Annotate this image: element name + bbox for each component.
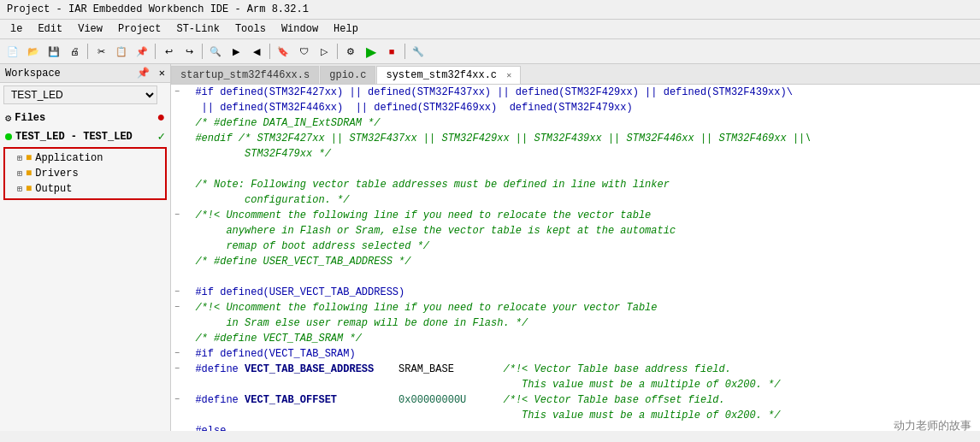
expand-icon-drivers: ⊞ bbox=[17, 168, 22, 179]
undo-btn[interactable]: ↩ bbox=[159, 42, 178, 61]
tree-root: TEST_LED - TEST_LED ✓ bbox=[0, 127, 170, 145]
tab-startup[interactable]: startup_stm32f446xx.s bbox=[171, 66, 319, 84]
code-line: − #if defined(STM32F427xx) || defined(ST… bbox=[171, 85, 980, 100]
tree-item-drivers[interactable]: ⊞ ■ Drivers bbox=[7, 166, 163, 181]
close-workspace-icon[interactable]: ✕ bbox=[159, 68, 165, 80]
menu-window[interactable]: Window bbox=[275, 21, 325, 37]
bookmark-btn[interactable]: 🔖 bbox=[274, 42, 292, 61]
editor-area: startup_stm32f446xx.s gpio.c system_stm3… bbox=[171, 64, 980, 431]
red-dot-indicator: ● bbox=[156, 110, 165, 126]
code-editor[interactable]: − #if defined(STM32F427xx) || defined(ST… bbox=[171, 85, 980, 431]
code-line: /* #define VECT_TAB_SRAM */ bbox=[171, 331, 980, 346]
paste-btn[interactable]: 📌 bbox=[133, 42, 151, 61]
code-line: − #if defined(USER_VECT_TAB_ADDRESS) bbox=[171, 285, 980, 300]
code-line: anywhere in Flash or Sram, else the vect… bbox=[171, 223, 980, 239]
expand-icon-output: ⊞ bbox=[17, 184, 22, 194]
expand-icon: ⊞ bbox=[17, 153, 22, 163]
nav-btn[interactable]: ▷ bbox=[315, 42, 334, 61]
tab-close-icon[interactable]: ✕ bbox=[506, 71, 511, 80]
redo-btn[interactable]: ↪ bbox=[180, 42, 198, 61]
code-line: STM32F479xx */ bbox=[171, 146, 980, 162]
tree-highlighted-section: ⊞ ■ Application ⊞ ■ Drivers ⊞ ■ Output bbox=[3, 147, 167, 200]
print-btn[interactable]: 🖨 bbox=[65, 42, 84, 61]
menu-help[interactable]: Help bbox=[327, 21, 365, 37]
green-dot bbox=[5, 133, 12, 140]
sep6 bbox=[404, 44, 405, 59]
run-btn[interactable]: ▶ bbox=[362, 42, 381, 61]
code-line: remap of boot address selected */ bbox=[171, 239, 980, 254]
code-line: This value must be a multiple of 0x200. … bbox=[171, 377, 980, 392]
tab-system[interactable]: system_stm32f4xx.c ✕ bbox=[376, 66, 521, 84]
sep1 bbox=[87, 44, 88, 59]
workspace-label: Workspace bbox=[5, 68, 61, 80]
menu-stlink[interactable]: ST-Link bbox=[169, 21, 226, 37]
file-tree: ⚙ Files ● TEST_LED - TEST_LED ✓ ⊞ ■ Appl… bbox=[0, 107, 170, 431]
code-line: in Sram else user remap will be done in … bbox=[171, 315, 980, 331]
workspace-dropdown[interactable]: TEST_LED bbox=[3, 85, 157, 104]
sep5 bbox=[337, 44, 338, 59]
shield-btn[interactable]: 🛡 bbox=[294, 42, 313, 61]
workspace-header: Workspace 📌 ✕ bbox=[0, 64, 170, 83]
code-line: This value must be a multiple of 0x200. … bbox=[171, 408, 980, 423]
code-line: − #define VECT_TAB_BASE_ADDRESS SRAM_BAS… bbox=[171, 362, 980, 377]
debug-btn[interactable]: 🔧 bbox=[409, 42, 428, 61]
tree-item-output[interactable]: ⊞ ■ Output bbox=[7, 181, 163, 197]
tree-item-application[interactable]: ⊞ ■ Application bbox=[7, 150, 163, 166]
next-btn[interactable]: ▶ bbox=[227, 42, 245, 61]
sep2 bbox=[155, 44, 156, 59]
code-line: − /*!< Uncomment the following line if y… bbox=[171, 300, 980, 315]
open-btn[interactable]: 📂 bbox=[24, 42, 43, 61]
code-line: /* Note: Following vector table addresse… bbox=[171, 177, 980, 192]
code-line: /* #define USER_VECT_TAB_ADDRESS */ bbox=[171, 254, 980, 269]
back-btn[interactable]: ◀ bbox=[247, 42, 266, 61]
menu-project[interactable]: Project bbox=[111, 21, 168, 37]
cut-btn[interactable]: ✂ bbox=[92, 42, 110, 61]
check-icon: ✓ bbox=[158, 129, 165, 144]
search-btn[interactable]: 🔍 bbox=[206, 42, 225, 61]
title-text: Project - IAR Embedded Workbench IDE - A… bbox=[7, 3, 309, 15]
files-header: ⚙ Files ● bbox=[0, 109, 170, 127]
sep3 bbox=[202, 44, 203, 59]
folder-icon-output: ■ bbox=[26, 183, 32, 195]
main-layout: Workspace 📌 ✕ TEST_LED ⚙ Files ● TEST_LE… bbox=[0, 64, 980, 431]
copy-btn[interactable]: 📋 bbox=[112, 42, 131, 61]
code-line: #endif /* STM32F427xx || STM32F437xx || … bbox=[171, 131, 980, 146]
menu-view[interactable]: View bbox=[71, 21, 109, 37]
folder-icon-application: ■ bbox=[26, 152, 32, 164]
pin-icon[interactable]: 📌 bbox=[137, 68, 150, 80]
menu-edit[interactable]: Edit bbox=[31, 21, 69, 37]
gear-icon[interactable]: ⚙ bbox=[5, 112, 11, 125]
workspace-panel: Workspace 📌 ✕ TEST_LED ⚙ Files ● TEST_LE… bbox=[0, 64, 171, 431]
build-btn[interactable]: ⚙ bbox=[341, 42, 360, 61]
menu-tools[interactable]: Tools bbox=[228, 21, 273, 37]
menu-le[interactable]: le bbox=[3, 21, 29, 37]
code-line bbox=[171, 162, 980, 177]
toolbar: 📄 📂 💾 🖨 ✂ 📋 📌 ↩ ↪ 🔍 ▶ ◀ 🔖 🛡 ▷ ⚙ ▶ ■ 🔧 bbox=[0, 39, 980, 64]
title-bar: Project - IAR Embedded Workbench IDE - A… bbox=[0, 0, 980, 20]
sep4 bbox=[269, 44, 270, 59]
stop-btn[interactable]: ■ bbox=[382, 42, 401, 61]
tab-bar: startup_stm32f446xx.s gpio.c system_stm3… bbox=[171, 64, 980, 85]
code-line bbox=[171, 269, 980, 285]
tab-gpio[interactable]: gpio.c bbox=[320, 66, 375, 84]
code-line: /* #define DATA_IN_ExtSDRAM */ bbox=[171, 115, 980, 131]
code-line: − #if defined(VECT_TAB_SRAM) bbox=[171, 346, 980, 362]
menu-bar: le Edit View Project ST-Link Tools Windo… bbox=[0, 20, 980, 39]
code-line: − #define VECT_TAB_OFFSET 0x00000000U /*… bbox=[171, 392, 980, 408]
code-line: − /*!< Uncomment the following line if y… bbox=[171, 208, 980, 223]
code-line: || defined(STM32F446xx) || defined(STM32… bbox=[171, 100, 980, 115]
new-btn[interactable]: 📄 bbox=[3, 42, 22, 61]
save-btn[interactable]: 💾 bbox=[44, 42, 63, 61]
code-line: configuration. */ bbox=[171, 192, 980, 208]
folder-icon-drivers: ■ bbox=[26, 168, 32, 180]
code-line: #else bbox=[171, 423, 980, 431]
